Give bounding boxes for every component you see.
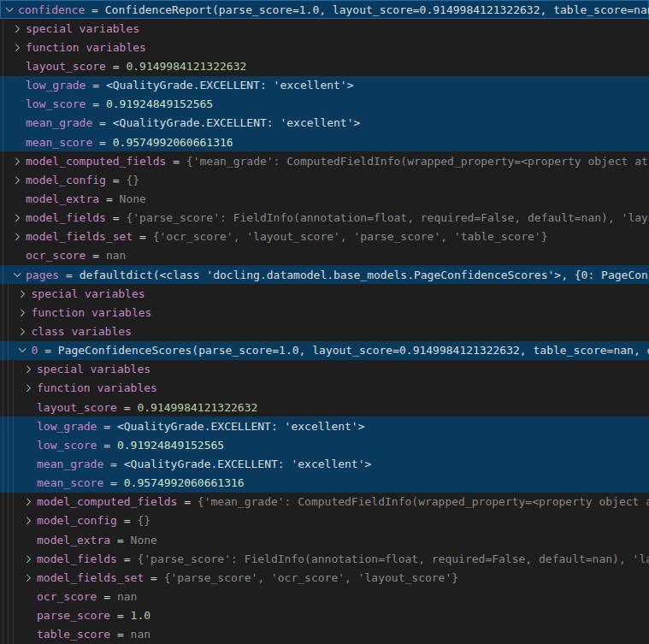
variable-row[interactable]: mean_score = 0.9574992060661316 [0, 133, 649, 151]
variable-row[interactable]: model_computed_fields = {'mean_grade': C… [0, 493, 649, 511]
variable-name: model_extra [26, 192, 99, 205]
indent-guide [8, 568, 9, 587]
variable-row[interactable]: function variables [0, 38, 649, 56]
indent-guide [13, 398, 14, 417]
indent-guide [3, 114, 3, 133]
variable-value: ConfidenceReport(parse_score=1.0, layout… [105, 3, 649, 16]
indent-guide [13, 474, 14, 493]
chevron-right-icon[interactable] [11, 41, 23, 53]
variable-row[interactable]: model_extra = None [0, 189, 649, 208]
indent-guide [8, 360, 9, 379]
chevron-right-icon[interactable] [11, 22, 23, 34]
indent-guide [3, 95, 3, 114]
variable-row[interactable]: function variables [0, 303, 649, 322]
variable-row[interactable]: model_fields_set = {'ocr_score', 'layout… [0, 227, 649, 246]
indent-guide [3, 511, 3, 530]
chevron-right-icon[interactable] [17, 287, 29, 299]
chevron-right-icon[interactable] [17, 325, 29, 337]
equals-sign: = [38, 344, 57, 357]
equals-sign: = [103, 476, 123, 489]
indent-guide [3, 189, 3, 208]
equals-sign: = [97, 590, 116, 603]
variable-row[interactable]: low_grade = <QualityGrade.EXCELLENT: 'ex… [0, 76, 649, 95]
variable-row[interactable]: mean_grade = <QualityGrade.EXCELLENT: 'e… [0, 114, 649, 133]
variable-row[interactable]: model_config = {} [0, 511, 649, 530]
indent-guide [3, 435, 3, 454]
variable-row[interactable]: model_fields_set = {'parse_score', 'ocr_… [0, 568, 649, 587]
variable-value: nan [117, 590, 137, 603]
equals-sign: = [85, 3, 104, 16]
variable-row[interactable]: model_extra = None [0, 530, 649, 549]
variable-name: low_score [37, 439, 97, 452]
indent-guide [3, 19, 3, 38]
variable-name: mean_score [26, 136, 92, 149]
variable-name: function variables [26, 41, 146, 54]
equals-sign: = [117, 552, 137, 565]
indent-guide [3, 530, 3, 549]
variable-name: pages [26, 269, 59, 281]
variable-row[interactable]: model_fields = {'parse_score': FieldInfo… [0, 549, 649, 568]
chevron-right-icon[interactable] [22, 552, 34, 564]
variable-name: model_config [37, 514, 117, 527]
chevron-right-icon[interactable] [22, 363, 34, 375]
variable-row[interactable]: low_score = 0.91924849152565 [0, 435, 649, 454]
indent-guide [3, 606, 3, 625]
variable-name: mean_score [37, 476, 103, 489]
variable-row[interactable]: ocr_score = nan [0, 587, 649, 606]
variable-row[interactable]: low_score = 0.91924849152565 [0, 95, 649, 114]
variable-row[interactable]: mean_score = 0.9574992060661316 [0, 474, 649, 493]
equals-sign: = [86, 97, 105, 110]
chevron-down-icon[interactable] [11, 269, 23, 281]
variable-row[interactable]: confidence = ConfidenceReport(parse_scor… [0, 0, 649, 19]
equals-sign: = [133, 230, 152, 243]
variable-value: <QualityGrade.EXCELLENT: 'excellent'> [106, 79, 354, 92]
chevron-right-icon[interactable] [22, 496, 34, 508]
variable-row[interactable]: table_score = nan [0, 625, 649, 644]
variable-name: special variables [37, 363, 150, 375]
variable-row[interactable]: layout_score = 0.9149984121322632 [0, 56, 649, 75]
variable-row[interactable]: mean_grade = <QualityGrade.EXCELLENT: 'e… [0, 454, 649, 473]
variable-row[interactable]: model_config = {} [0, 170, 649, 189]
equals-sign: = [97, 439, 116, 452]
variable-row[interactable]: model_fields = {'parse_score': FieldInfo… [0, 209, 649, 227]
indent-guide [3, 341, 3, 360]
twistie-spacer [22, 629, 34, 641]
variable-row[interactable]: layout_score = 0.9149984121322632 [0, 398, 649, 417]
indent-guide [3, 227, 3, 246]
variable-row[interactable]: parse_score = 1.0 [0, 606, 649, 625]
chevron-right-icon[interactable] [11, 212, 23, 224]
chevron-down-icon[interactable] [17, 345, 29, 357]
variable-row[interactable]: function variables [0, 379, 649, 398]
indent-guide [13, 549, 14, 568]
variable-value: 0.9149984121322632 [126, 60, 246, 73]
chevron-right-icon[interactable] [11, 155, 23, 167]
variable-value: nan [131, 628, 150, 641]
indent-guide [3, 625, 3, 644]
variable-row[interactable]: model_computed_fields = {'mean_grade': C… [0, 151, 649, 170]
indent-guide [3, 76, 3, 95]
indent-guide [8, 322, 9, 340]
variable-row[interactable]: ocr_score = nan [0, 246, 649, 265]
variable-row[interactable]: class variables [0, 322, 649, 340]
chevron-right-icon[interactable] [17, 306, 29, 318]
variable-row[interactable]: low_grade = <QualityGrade.EXCELLENT: 'ex… [0, 417, 649, 435]
variable-value: {} [126, 174, 139, 186]
chevron-right-icon[interactable] [22, 382, 34, 394]
chevron-right-icon[interactable] [11, 231, 23, 243]
chevron-right-icon[interactable] [22, 571, 34, 583]
variable-value: 0.91924849152565 [106, 97, 213, 110]
variable-row[interactable]: special variables [0, 284, 649, 303]
variable-value: {'ocr_score', 'layout_score', 'parse_sco… [153, 230, 548, 243]
equals-sign: = [110, 609, 130, 622]
variable-row[interactable]: pages = defaultdict(<class 'docling.data… [0, 265, 649, 284]
chevron-right-icon[interactable] [22, 515, 34, 527]
variable-row[interactable]: special variables [0, 360, 649, 379]
variable-row[interactable]: special variables [0, 19, 649, 38]
twistie-spacer [22, 590, 34, 602]
indent-guide [3, 284, 3, 303]
variable-row[interactable]: 0 = PageConfidenceScores(parse_score=1.0… [0, 341, 649, 360]
equals-sign: = [117, 514, 137, 527]
chevron-right-icon[interactable] [11, 174, 23, 186]
indent-guide [13, 606, 14, 625]
chevron-down-icon[interactable] [3, 3, 15, 15]
